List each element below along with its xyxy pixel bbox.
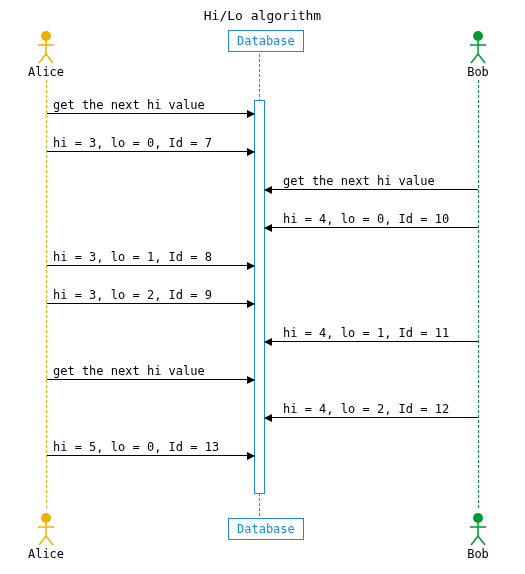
arrow-left-icon <box>264 224 272 232</box>
message-label: hi = 3, lo = 1, Id = 8 <box>53 250 212 264</box>
participant-database-top: Database <box>228 30 304 52</box>
message: get the next hi value <box>265 174 478 190</box>
message: get the next hi value <box>47 98 254 114</box>
message-line <box>47 455 254 456</box>
svg-line-8 <box>471 54 478 63</box>
message-label: hi = 4, lo = 1, Id = 11 <box>283 326 449 340</box>
activation-database <box>254 100 265 494</box>
message-line <box>47 379 254 380</box>
message-label: get the next hi value <box>53 364 205 378</box>
person-icon <box>468 30 488 64</box>
svg-line-18 <box>471 536 478 545</box>
svg-line-13 <box>39 536 46 545</box>
message-label: get the next hi value <box>283 174 435 188</box>
person-icon <box>36 30 56 64</box>
message-line <box>47 113 254 114</box>
arrow-right-icon <box>247 148 255 156</box>
svg-point-5 <box>473 31 483 41</box>
arrow-right-icon <box>247 452 255 460</box>
arrow-right-icon <box>247 376 255 384</box>
arrow-right-icon <box>247 110 255 118</box>
message-label: hi = 3, lo = 0, Id = 7 <box>53 136 212 150</box>
message: hi = 5, lo = 0, Id = 13 <box>47 440 254 456</box>
actor-alice-label: Alice <box>16 547 76 561</box>
actor-bob-top: Bob <box>448 30 508 79</box>
svg-point-15 <box>473 513 483 523</box>
message-label: hi = 5, lo = 0, Id = 13 <box>53 440 219 454</box>
diagram-title: Hi/Lo algorithm <box>0 8 525 23</box>
message-line <box>47 303 254 304</box>
person-icon <box>468 512 488 546</box>
actor-bob-label: Bob <box>448 65 508 79</box>
actor-bob-bottom: Bob <box>448 512 508 561</box>
message-label: get the next hi value <box>53 98 205 112</box>
message-line <box>265 417 478 418</box>
message: hi = 3, lo = 1, Id = 8 <box>47 250 254 266</box>
actor-alice-top: Alice <box>16 30 76 79</box>
svg-line-3 <box>39 54 46 63</box>
svg-line-9 <box>478 54 485 63</box>
message: get the next hi value <box>47 364 254 380</box>
message-label: hi = 4, lo = 2, Id = 12 <box>283 402 449 416</box>
message-line <box>265 227 478 228</box>
svg-line-19 <box>478 536 485 545</box>
message-line <box>47 265 254 266</box>
message-label: hi = 3, lo = 2, Id = 9 <box>53 288 212 302</box>
svg-line-14 <box>46 536 53 545</box>
message: hi = 4, lo = 0, Id = 10 <box>265 212 478 228</box>
arrow-left-icon <box>264 414 272 422</box>
actor-bob-label: Bob <box>448 547 508 561</box>
arrow-left-icon <box>264 338 272 346</box>
svg-point-0 <box>41 31 51 41</box>
message-label: hi = 4, lo = 0, Id = 10 <box>283 212 449 226</box>
message: hi = 3, lo = 2, Id = 9 <box>47 288 254 304</box>
message: hi = 4, lo = 1, Id = 11 <box>265 326 478 342</box>
arrow-right-icon <box>247 300 255 308</box>
sequence-diagram: Hi/Lo algorithm Alice Bob Database get t… <box>0 0 525 574</box>
participant-database-bottom: Database <box>228 518 304 540</box>
message-line <box>265 341 478 342</box>
message: hi = 3, lo = 0, Id = 7 <box>47 136 254 152</box>
actor-alice-bottom: Alice <box>16 512 76 561</box>
svg-point-10 <box>41 513 51 523</box>
arrow-right-icon <box>247 262 255 270</box>
arrow-left-icon <box>264 186 272 194</box>
actor-alice-label: Alice <box>16 65 76 79</box>
person-icon <box>36 512 56 546</box>
message: hi = 4, lo = 2, Id = 12 <box>265 402 478 418</box>
svg-line-4 <box>46 54 53 63</box>
message-line <box>265 189 478 190</box>
lifeline-bob <box>478 80 479 508</box>
message-line <box>47 151 254 152</box>
